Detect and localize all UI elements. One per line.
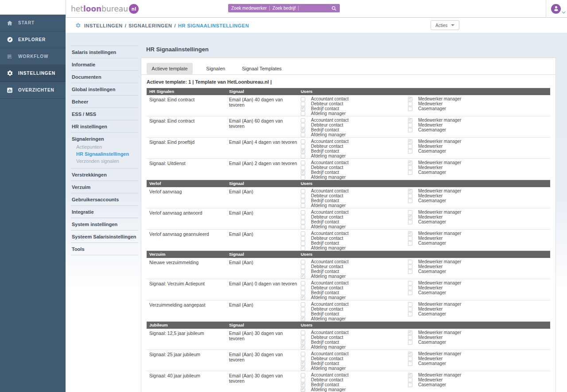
user-checkbox-debiteur-contact[interactable] [301, 123, 305, 127]
settings-menu-item-hr-instellingen[interactable]: HR instellingen [71, 120, 138, 132]
app-logo[interactable]: hetloonbureaunl [71, 0, 139, 18]
actions-button[interactable]: Acties [431, 20, 459, 30]
user-checkbox-bedrijf-contact[interactable] [301, 220, 305, 224]
user-checkbox-afdeling-manager[interactable] [301, 111, 305, 116]
user-checkbox-casemanager[interactable] [408, 199, 412, 203]
tab-actieve-template[interactable]: Actieve template [147, 63, 193, 74]
user-checkbox-afdeling-manager[interactable] [301, 204, 305, 208]
user-checkbox-medewerker-manager[interactable] [408, 210, 412, 215]
user-checkbox-medewerker-manager[interactable] [408, 331, 412, 335]
user-checkbox-medewerker-manager[interactable] [408, 281, 412, 285]
user-checkbox-accountant-contact[interactable] [301, 302, 305, 307]
user-checkbox-afdeling-manager[interactable] [301, 388, 305, 392]
user-checkbox-debiteur-contact[interactable] [301, 165, 305, 170]
user-checkbox-accountant-contact[interactable] [301, 97, 305, 101]
user-checkbox-medewerker-manager[interactable] [408, 260, 412, 264]
chevron-down-icon[interactable] [562, 8, 566, 15]
user-avatar[interactable] [551, 4, 561, 14]
user-checkbox-medewerker[interactable] [408, 335, 412, 340]
sidebar-item-overzichten[interactable]: OVERZICHTEN [0, 82, 66, 99]
user-checkbox-casemanager[interactable] [408, 149, 412, 154]
user-checkbox-casemanager[interactable] [408, 107, 412, 111]
user-checkbox-casemanager[interactable] [408, 241, 412, 246]
user-checkbox-bedrijf-contact[interactable] [301, 383, 305, 387]
sidebar-item-start[interactable]: START [0, 15, 66, 31]
search-icon[interactable] [331, 6, 337, 11]
user-checkbox-afdeling-manager[interactable] [301, 246, 305, 250]
search-placeholder-employee[interactable]: Zoek medewerker [231, 6, 267, 11]
user-checkbox-medewerker-manager[interactable] [408, 352, 412, 356]
user-checkbox-debiteur-contact[interactable] [301, 286, 305, 290]
settings-menu-item-salaris-instellingen[interactable]: Salaris instellingen [71, 46, 138, 58]
user-checkbox-medewerker[interactable] [408, 123, 412, 127]
settings-menu-item-informatie[interactable]: Informatie [71, 58, 138, 70]
settings-submenu-item-hr-signaalinstellingen[interactable]: HR Signaalinstellingen [76, 150, 137, 158]
settings-menu-item-ess-mss[interactable]: ESS / MSS [71, 108, 138, 120]
user-checkbox-medewerker[interactable] [408, 215, 412, 219]
breadcrumb-subsection[interactable]: SIGNALERINGEN [128, 23, 172, 28]
user-checkbox-medewerker-manager[interactable] [408, 161, 412, 165]
user-checkbox-casemanager[interactable] [408, 170, 412, 175]
user-checkbox-accountant-contact[interactable] [301, 331, 305, 335]
tab-signalen[interactable]: Signalen [193, 63, 239, 74]
user-checkbox-medewerker[interactable] [408, 265, 412, 269]
user-checkbox-bedrijf-contact[interactable] [301, 149, 305, 154]
search-placeholder-company[interactable]: Zoek bedrijf [272, 6, 295, 11]
sidebar-item-instellingen[interactable]: INSTELLINGEN [0, 65, 66, 82]
settings-menu-item-verzuim[interactable]: Verzuim [71, 181, 138, 193]
settings-menu-item-signaleringen[interactable]: SignaleringenActiepuntenHR Signaalinstel… [71, 132, 138, 168]
user-checkbox-bedrijf-contact[interactable] [301, 361, 305, 366]
sidebar-item-explorer[interactable]: EXPLORER [0, 31, 66, 48]
settings-menu-item-documenten[interactable]: Documenten [71, 70, 138, 83]
user-checkbox-afdeling-manager[interactable] [301, 274, 305, 279]
user-checkbox-casemanager[interactable] [408, 361, 412, 366]
user-checkbox-medewerker[interactable] [408, 194, 412, 198]
user-checkbox-medewerker[interactable] [408, 357, 412, 361]
user-checkbox-debiteur-contact[interactable] [301, 144, 305, 149]
settings-submenu-item-actiepunten[interactable]: Actiepunten [76, 143, 137, 150]
user-checkbox-afdeling-manager[interactable] [301, 345, 305, 350]
user-checkbox-debiteur-contact[interactable] [301, 378, 305, 382]
settings-menu-item-verstrekkingen[interactable]: Verstrekkingen [71, 168, 138, 181]
user-checkbox-debiteur-contact[interactable] [301, 335, 305, 340]
user-checkbox-medewerker[interactable] [408, 102, 412, 106]
tab-signaal-templates[interactable]: Signaal Templates [239, 63, 285, 74]
user-checkbox-bedrijf-contact[interactable] [301, 128, 305, 132]
user-checkbox-casemanager[interactable] [408, 383, 412, 387]
user-checkbox-debiteur-contact[interactable] [301, 307, 305, 311]
user-checkbox-casemanager[interactable] [408, 128, 412, 132]
user-checkbox-medewerker[interactable] [408, 286, 412, 290]
user-checkbox-accountant-contact[interactable] [301, 260, 305, 264]
user-checkbox-accountant-contact[interactable] [301, 231, 305, 236]
user-checkbox-debiteur-contact[interactable] [301, 236, 305, 241]
settings-menu-item-integratie[interactable]: Integratie [71, 205, 138, 218]
settings-menu-item-tools[interactable]: Tools [71, 242, 138, 255]
search-input[interactable]: Zoek medewerker Zoek bedrijf [228, 4, 340, 12]
user-checkbox-medewerker[interactable] [408, 165, 412, 170]
breadcrumb-section[interactable]: INSTELLINGEN [84, 23, 123, 28]
user-checkbox-casemanager[interactable] [408, 291, 412, 295]
user-checkbox-debiteur-contact[interactable] [301, 102, 305, 106]
user-checkbox-medewerker[interactable] [408, 307, 412, 311]
user-checkbox-bedrijf-contact[interactable] [301, 269, 305, 274]
user-checkbox-debiteur-contact[interactable] [301, 215, 305, 219]
user-checkbox-bedrijf-contact[interactable] [301, 312, 305, 316]
user-checkbox-afdeling-manager[interactable] [301, 225, 305, 229]
user-checkbox-casemanager[interactable] [408, 220, 412, 224]
user-checkbox-medewerker-manager[interactable] [408, 139, 412, 144]
user-checkbox-medewerker[interactable] [408, 378, 412, 382]
settings-menu-item-beheer[interactable]: Beheer [71, 95, 138, 108]
user-checkbox-medewerker-manager[interactable] [408, 97, 412, 101]
user-checkbox-afdeling-manager[interactable] [301, 175, 305, 180]
user-checkbox-casemanager[interactable] [408, 312, 412, 316]
user-checkbox-afdeling-manager[interactable] [301, 317, 305, 321]
user-checkbox-bedrijf-contact[interactable] [301, 199, 305, 203]
user-checkbox-medewerker-manager[interactable] [408, 302, 412, 307]
user-checkbox-medewerker-manager[interactable] [408, 373, 412, 377]
user-checkbox-bedrijf-contact[interactable] [301, 170, 305, 175]
user-checkbox-bedrijf-contact[interactable] [301, 107, 305, 111]
user-checkbox-afdeling-manager[interactable] [301, 366, 305, 371]
user-checkbox-accountant-contact[interactable] [301, 118, 305, 123]
user-checkbox-debiteur-contact[interactable] [301, 194, 305, 198]
user-checkbox-accountant-contact[interactable] [301, 352, 305, 356]
